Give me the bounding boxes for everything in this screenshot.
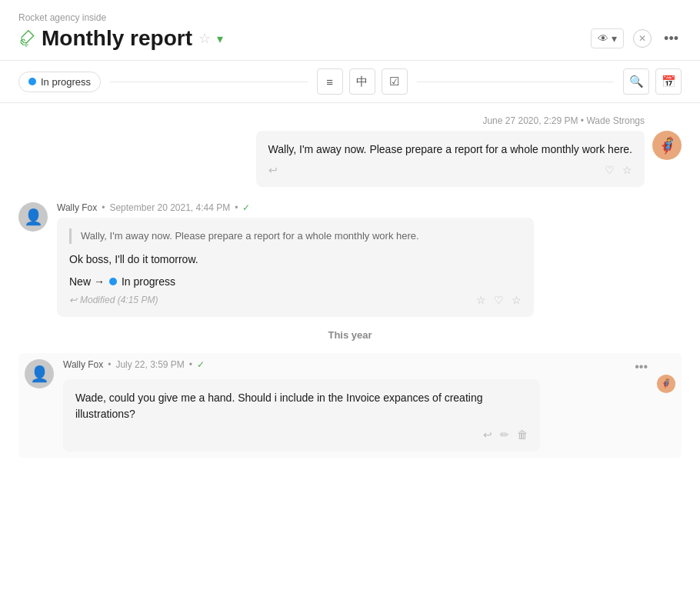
msg3-meta: Wally Fox • July 22, 3:59 PM • ✓ — [63, 359, 205, 370]
msg2-meta: Wally Fox • September 20 2021, 4:44 PM •… — [57, 202, 682, 213]
dropdown-arrow[interactable]: ▾ — [217, 32, 223, 46]
toolbar-right: 🔍 📅 — [623, 68, 682, 95]
msg2-quote: Wally, I'm away now. Please prepare a re… — [69, 228, 522, 244]
search-button[interactable]: 🔍 — [623, 68, 649, 95]
status-dot — [28, 78, 36, 85]
msg2-timestamp: • — [102, 202, 105, 213]
msg2-more-star[interactable]: ☆ — [512, 294, 522, 306]
msg1-text: Wally, I'm away now. Please prepare a re… — [268, 142, 632, 158]
msg3-check: ✓ — [197, 359, 205, 370]
wade-avatar: 🦸 — [652, 131, 682, 160]
toolbar-divider-2 — [417, 82, 614, 82]
msg2-status-change: New → In progress — [69, 275, 522, 288]
msg2-star[interactable]: ☆ — [476, 294, 486, 306]
msg3-action-icons: ↩ ✏ 🗑 — [483, 428, 528, 441]
msg3-text: Wade, could you give me a hand. Should i… — [75, 390, 528, 422]
message-row-wally: 👤 Wally Fox • September 20 2021, 4:44 PM… — [18, 202, 682, 317]
msg1-timestamp: June 27 2020, 2:29 PM • Wade Strongs — [18, 115, 682, 126]
msg3-date: July 22, 3:59 PM — [115, 359, 184, 370]
title-row: 🏷 Monthly report ☆ ▾ 👁 ▾ ✕ ••• — [18, 26, 682, 51]
header: Rocket agency inside 🏷 Monthly report ☆ … — [0, 0, 700, 61]
title-left: 🏷 Monthly report ☆ ▾ — [18, 26, 223, 51]
close-button[interactable]: ✕ — [633, 29, 652, 48]
wally-avatar: 👤 — [18, 202, 48, 232]
translate-icon: 中 — [356, 75, 368, 89]
more-options-button[interactable]: ••• — [661, 28, 682, 50]
msg3-bullet2: • — [189, 359, 192, 370]
eye-icon: 👁 — [598, 32, 608, 45]
breadcrumb: Rocket agency inside — [18, 12, 682, 23]
message-bubble-wally-3: Wade, could you give me a hand. Should i… — [63, 379, 540, 452]
message-row-wade: Wally, I'm away now. Please prepare a re… — [18, 131, 682, 187]
star-action-icon[interactable]: ☆ — [622, 164, 632, 176]
reply-icon[interactable]: ↩ — [268, 164, 278, 176]
message-bubble-wally: Wally, I'm away now. Please prepare a re… — [57, 218, 534, 317]
title-actions: 👁 ▾ ✕ ••• — [591, 28, 682, 50]
star-icon[interactable]: ☆ — [198, 30, 211, 47]
list-icon: ≡ — [326, 75, 333, 88]
list-view-button[interactable]: ≡ — [317, 68, 343, 95]
status-label: In progress — [41, 76, 91, 88]
msg2-modified: ↩ Modified (4:15 PM) — [69, 295, 158, 305]
toolbar-divider — [110, 82, 307, 82]
msg2-action-icons: ☆ ♡ ☆ — [476, 294, 522, 306]
status-change-dot — [109, 278, 117, 285]
message-content-wally: Wally Fox • September 20 2021, 4:44 PM •… — [57, 202, 682, 317]
status-badge[interactable]: In progress — [18, 72, 101, 92]
page-container: Rocket agency inside 🏷 Monthly report ☆ … — [0, 0, 700, 600]
msg3-edit[interactable]: ✏ — [500, 428, 509, 441]
msg3-sender: Wally Fox — [63, 359, 103, 370]
checklist-button[interactable]: ☑ — [382, 68, 408, 95]
message-content-wally-3: Wally Fox • July 22, 3:59 PM • ✓ ••• Wad… — [63, 359, 648, 452]
msg3-delete[interactable]: 🗑 — [517, 428, 528, 441]
msg3-meta-row: Wally Fox • July 22, 3:59 PM • ✓ ••• — [63, 359, 648, 375]
msg3-bullet: • — [108, 359, 111, 370]
status-change-label: In progress — [122, 275, 175, 288]
date-divider: This year — [18, 329, 682, 341]
msg3-actions: ↩ ✏ 🗑 — [75, 428, 528, 441]
calendar-icon: 📅 — [662, 75, 676, 88]
translate-button[interactable]: 中 — [349, 68, 375, 95]
msg2-sender: Wally Fox — [57, 202, 97, 213]
toolbar: In progress ≡ 中 ☑ 🔍 📅 — [0, 61, 700, 103]
page-title: Monthly report — [42, 26, 192, 51]
calendar-button[interactable]: 📅 — [655, 68, 682, 95]
wade-small-avatar: 🦸 — [657, 375, 675, 393]
msg2-check: ✓ — [242, 202, 250, 213]
eye-button[interactable]: 👁 ▾ — [591, 28, 624, 48]
wally-avatar-3: 👤 — [25, 359, 54, 388]
search-icon: 🔍 — [629, 75, 644, 88]
msg2-actions-row: ↩ Modified (4:15 PM) ☆ ♡ ☆ — [69, 294, 522, 306]
like-icon[interactable]: ♡ — [605, 164, 615, 176]
message-bubble-wade: Wally, I'm away now. Please prepare a re… — [256, 131, 645, 187]
message-row-wally-3: 👤 Wally Fox • July 22, 3:59 PM • ✓ ••• W… — [18, 353, 682, 458]
msg2-bullet: • — [235, 202, 238, 213]
reply-small-icon: ↩ — [69, 295, 77, 305]
status-change-text: New → — [69, 275, 105, 288]
messages-area[interactable]: June 27 2020, 2:29 PM • Wade Strongs Wal… — [0, 103, 700, 600]
msg3-reply[interactable]: ↩ — [483, 428, 492, 441]
checklist-icon: ☑ — [389, 75, 399, 88]
msg2-reply: Ok boss, I'll do it tomorrow. — [69, 252, 522, 268]
tag-icon: 🏷 — [14, 25, 40, 52]
msg1-actions: ↩ ♡ ☆ — [268, 164, 632, 176]
msg2-like[interactable]: ♡ — [494, 294, 504, 306]
eye-dropdown: ▾ — [612, 32, 617, 45]
msg2-date: September 20 2021, 4:44 PM — [109, 202, 230, 213]
msg3-more[interactable]: ••• — [635, 360, 648, 374]
